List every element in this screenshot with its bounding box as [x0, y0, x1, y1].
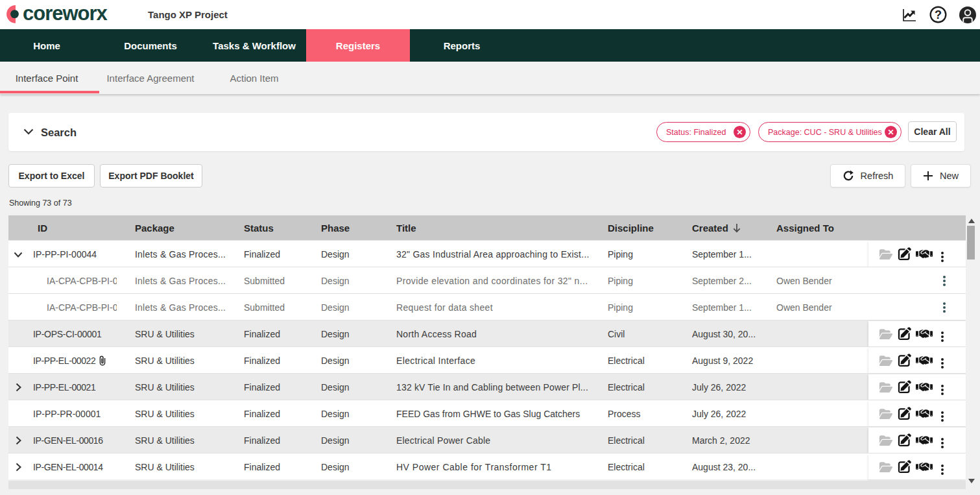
- svg-text:coreworx: coreworx: [23, 2, 108, 25]
- svg-text:?: ?: [935, 8, 942, 21]
